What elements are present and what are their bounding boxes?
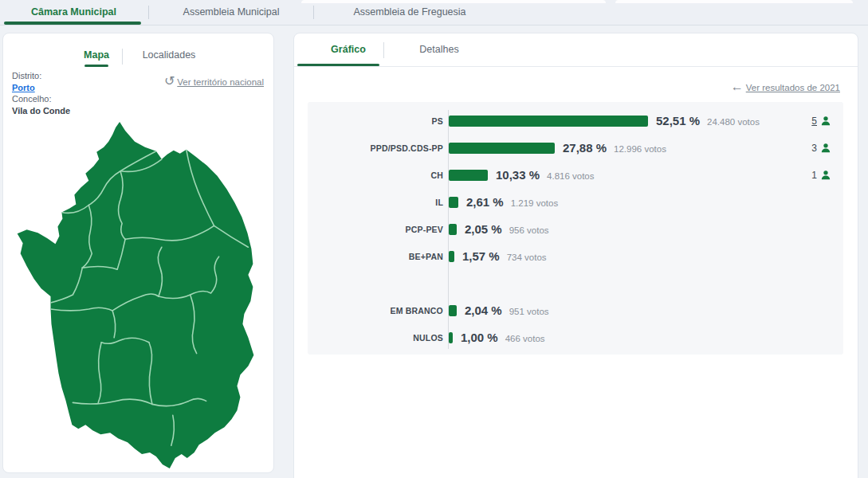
district-label: Distrito: bbox=[12, 70, 70, 82]
location-info: Distrito: Porto Concelho: Vila do Conde bbox=[12, 70, 70, 116]
votes-value: 466 votos bbox=[505, 334, 545, 343]
person-icon bbox=[820, 116, 831, 127]
votes-value: 956 votos bbox=[509, 225, 549, 235]
chart-row: PS52,51 %24.480 votos5 bbox=[308, 113, 843, 129]
party-label: EM BRANCO bbox=[308, 303, 443, 319]
result-values: 27,88 %12.996 votos bbox=[563, 140, 666, 156]
result-bar bbox=[449, 251, 454, 262]
party-label: PPD/PSD.CDS-PP bbox=[308, 140, 443, 156]
tab-label: Assembleia de Freguesia bbox=[353, 6, 465, 18]
result-bar bbox=[449, 224, 457, 235]
chart-row: NULOS1,00 %466 votos bbox=[308, 330, 843, 346]
chart-row: IL2,61 %1.219 votos bbox=[308, 194, 843, 210]
results-panel: Gráfico Detalhes ←Ver resultados de 2021… bbox=[293, 33, 858, 478]
top-tab-bar: Câmara Municipal Assembleia Municipal As… bbox=[0, 0, 868, 25]
mandates: 3 bbox=[811, 140, 831, 156]
council-label: Concelho: bbox=[12, 93, 70, 105]
chart-row: BE+PAN1,57 %734 votos bbox=[308, 249, 843, 264]
result-values: 52,51 %24.480 votos bbox=[656, 113, 760, 129]
mandates: 1 bbox=[811, 167, 831, 183]
percent-value: 1,57 % bbox=[462, 249, 500, 264]
result-bar bbox=[449, 197, 458, 208]
municipality-map[interactable] bbox=[11, 117, 268, 472]
tab-assembleia-municipal[interactable]: Assembleia Municipal bbox=[149, 0, 313, 25]
tab-label: Localidades bbox=[143, 49, 196, 61]
votes-value: 24.480 votos bbox=[707, 117, 760, 127]
tabs-divider bbox=[294, 66, 858, 67]
tab-grafico[interactable]: Gráfico bbox=[310, 44, 387, 55]
result-bar bbox=[449, 116, 648, 127]
result-values: 1,57 %734 votos bbox=[462, 249, 547, 264]
percent-value: 2,61 % bbox=[466, 194, 504, 210]
view-2021-results-link[interactable]: ←Ver resultados de 2021 bbox=[731, 80, 840, 94]
percent-value: 27,88 % bbox=[563, 140, 607, 156]
party-label: BE+PAN bbox=[308, 249, 443, 264]
left-arrow-icon: ← bbox=[731, 80, 744, 94]
person-icon bbox=[820, 170, 831, 181]
tab-label: Assembleia Municipal bbox=[183, 6, 280, 18]
result-bar bbox=[449, 143, 555, 154]
tab-label: Câmara Municipal bbox=[31, 6, 116, 18]
votes-value: 734 votos bbox=[507, 253, 547, 262]
tab-mapa[interactable]: Mapa bbox=[70, 49, 123, 61]
chart-row: PCP-PEV2,05 %956 votos bbox=[308, 221, 843, 237]
votes-value: 4.816 votos bbox=[547, 171, 594, 181]
tab-camara-municipal[interactable]: Câmara Municipal bbox=[0, 0, 147, 25]
percent-value: 2,04 % bbox=[465, 303, 502, 319]
result-bar bbox=[449, 170, 488, 181]
party-label: NULOS bbox=[308, 330, 443, 346]
result-bar bbox=[449, 332, 453, 343]
tab-separator bbox=[383, 42, 384, 58]
background-card-top bbox=[615, 0, 853, 3]
district-link[interactable]: Porto bbox=[12, 82, 70, 94]
active-tab-underline bbox=[84, 65, 108, 67]
result-values: 2,61 %1.219 votos bbox=[466, 194, 558, 210]
party-label: PCP-PEV bbox=[308, 221, 443, 237]
mandate-count[interactable]: 5 bbox=[811, 116, 817, 127]
percent-value: 10,33 % bbox=[496, 167, 540, 183]
tab-label: Gráfico bbox=[331, 44, 366, 55]
votes-value: 12.996 votos bbox=[614, 144, 666, 154]
tab-label: Mapa bbox=[84, 49, 109, 61]
result-values: 1,00 %466 votos bbox=[461, 330, 545, 346]
view-national-territory-link[interactable]: ↺Ver território nacional bbox=[164, 73, 264, 88]
tab-separator bbox=[122, 49, 123, 65]
votes-value: 1.219 votos bbox=[511, 198, 558, 208]
tab-localidades[interactable]: Localidades bbox=[129, 49, 209, 61]
party-label: IL bbox=[308, 194, 443, 210]
chart-row: PPD/PSD.CDS-PP27,88 %12.996 votos3 bbox=[308, 140, 843, 156]
mandates: 5 bbox=[811, 113, 831, 129]
party-label: CH bbox=[308, 167, 443, 183]
mandate-count: 3 bbox=[811, 143, 817, 154]
result-values: 2,04 %951 votos bbox=[465, 303, 549, 319]
map-panel: Mapa Localidades Distrito: Porto Concelh… bbox=[2, 33, 274, 473]
council-value: Vila do Conde bbox=[12, 105, 70, 117]
mandate-count: 1 bbox=[811, 170, 817, 181]
active-tab-underline bbox=[4, 22, 141, 25]
percent-value: 52,51 % bbox=[656, 113, 700, 129]
map-outline bbox=[18, 122, 254, 468]
party-label: PS bbox=[308, 113, 443, 129]
result-values: 10,33 %4.816 votos bbox=[496, 167, 595, 183]
result-bar bbox=[449, 305, 457, 316]
votes-value: 951 votos bbox=[509, 307, 549, 316]
tab-detalhes[interactable]: Detalhes bbox=[401, 44, 477, 55]
tab-label: Detalhes bbox=[419, 44, 458, 55]
tab-assembleia-de-freguesia[interactable]: Assembleia de Freguesia bbox=[314, 0, 505, 25]
percent-value: 1,00 % bbox=[461, 330, 498, 346]
chart-row: CH10,33 %4.816 votos1 bbox=[308, 167, 843, 183]
undo-icon: ↺ bbox=[164, 73, 175, 88]
chart-row: EM BRANCO2,04 %951 votos bbox=[308, 303, 843, 319]
link-label: Ver resultados de 2021 bbox=[746, 83, 840, 92]
link-label: Ver território nacional bbox=[177, 77, 264, 87]
results-bar-chart: PS52,51 %24.480 votos5PPD/PSD.CDS-PP27,8… bbox=[308, 102, 843, 355]
percent-value: 2,05 % bbox=[465, 221, 502, 237]
person-icon bbox=[820, 143, 831, 154]
result-values: 2,05 %956 votos bbox=[465, 221, 549, 237]
